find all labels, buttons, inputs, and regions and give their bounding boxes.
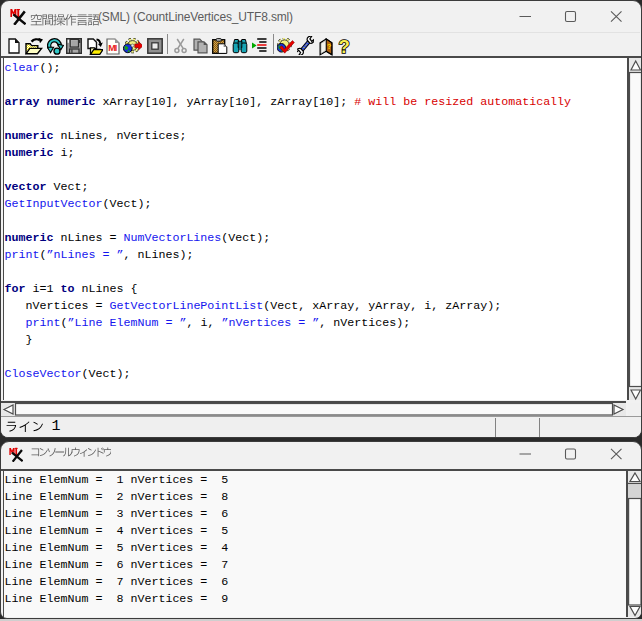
svg-text:?: ? (339, 38, 350, 56)
svg-text:MI: MI (108, 43, 117, 53)
svg-text:?: ? (327, 43, 331, 50)
